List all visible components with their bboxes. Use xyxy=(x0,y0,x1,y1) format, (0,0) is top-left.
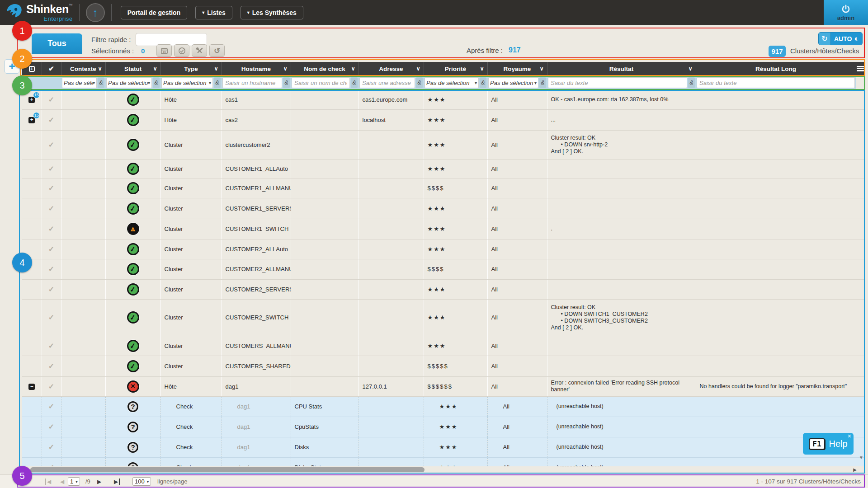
cell-select[interactable]: ✓ xyxy=(42,437,61,457)
filter-input-resultat_long[interactable] xyxy=(697,77,855,88)
horizontal-scrollbar[interactable]: ▶ xyxy=(22,466,858,473)
expand-button[interactable]: +15 xyxy=(28,116,35,123)
row-checkmark-icon[interactable]: ✓ xyxy=(48,205,54,212)
scroll-down-arrow-icon[interactable]: ▼ xyxy=(859,455,863,460)
column-header-expand[interactable] xyxy=(22,62,42,75)
table-row[interactable]: +15✓✓Hôtecas2localhost★★★All... xyxy=(22,109,865,130)
filter-select-type[interactable]: Pas de sélection▾ xyxy=(161,77,213,88)
row-checkmark-icon[interactable]: ✓ xyxy=(48,184,54,192)
filter-input-adresse[interactable] xyxy=(359,77,415,88)
column-header-priorite[interactable]: Priorité∨ xyxy=(424,62,487,75)
cell-select[interactable]: ✓ xyxy=(42,336,61,356)
cell-select[interactable]: ✓ xyxy=(42,219,61,239)
row-checkmark-icon[interactable]: ✓ xyxy=(48,225,54,233)
filter-input-hostname[interactable] xyxy=(222,77,282,88)
cell-select[interactable]: ✓ xyxy=(42,299,61,336)
cell-select[interactable]: ✓ xyxy=(42,90,61,109)
column-header-check[interactable]: Nom de check∨ xyxy=(291,62,359,75)
row-checkmark-icon[interactable]: ✓ xyxy=(48,383,54,390)
row-checkmark-icon[interactable]: ✓ xyxy=(48,314,54,321)
calendar-button[interactable]: 15 xyxy=(156,44,172,57)
add-tab-button[interactable]: + xyxy=(5,59,19,74)
table-row[interactable]: ✓?Checkdag1CpuStats★★★All(unreachable ho… xyxy=(22,417,865,437)
next-page-button[interactable]: ▶ xyxy=(97,477,101,486)
row-checkmark-icon[interactable]: ✓ xyxy=(48,245,54,253)
table-row[interactable]: ✓✓ClusterCUSTOMERS_SHARED$$$$$All xyxy=(22,356,865,376)
column-header-resultat[interactable]: Résultat∨ xyxy=(547,62,696,75)
table-row[interactable]: ✓✓ClusterCUSTOMER2_SERVERS★★★All xyxy=(22,279,865,299)
scroll-top-button[interactable]: ↑ xyxy=(86,3,105,22)
nav-button-3[interactable]: ▾Les Synthèses xyxy=(241,6,303,19)
close-icon[interactable]: × xyxy=(848,433,851,439)
page-select[interactable]: 1▾ xyxy=(68,477,80,486)
cell-select[interactable]: ✓ xyxy=(42,356,61,376)
filter-select-contexte[interactable]: Pas de sélection▾ xyxy=(62,77,97,88)
cell-select[interactable]: ✓ xyxy=(42,160,61,178)
table-row[interactable]: ✓?Checkdag1Disks Stats★★★All(unreachable… xyxy=(22,457,865,466)
table-row[interactable]: ✓✓ClusterCUSTOMERS_ALLMANU★★★All xyxy=(22,336,865,356)
collapse-button[interactable]: − xyxy=(28,383,35,390)
table-row[interactable]: ✓▲!ClusterCUSTOMER1_SWITCH★★★All. xyxy=(22,219,865,239)
row-checkmark-icon[interactable]: ✓ xyxy=(48,443,54,451)
column-header-hostname[interactable]: Hostname∨ xyxy=(222,62,291,75)
per-page-select[interactable]: 100▾ xyxy=(132,477,151,486)
auto-refresh-toggle[interactable]: ↻ AUTO ◐ xyxy=(818,32,863,45)
cell-select[interactable]: ✓ xyxy=(42,396,61,417)
last-page-button[interactable]: ▶ xyxy=(114,477,120,486)
cell-select[interactable]: ✓ xyxy=(42,279,61,299)
tab-tous[interactable]: Tous xyxy=(32,33,82,54)
table-row[interactable]: ✓✓ClusterCUSTOMER1_SERVERS★★★All xyxy=(22,198,865,219)
admin-button[interactable]: admin xyxy=(824,0,868,25)
table-row[interactable]: ✓✓ClusterCUSTOMER1_ALLMANU$$$$All xyxy=(22,178,865,198)
table-row[interactable]: ✓✓Clusterclustercustomer2★★★AllCluster r… xyxy=(22,130,865,160)
filter-input-resultat[interactable] xyxy=(548,77,687,88)
table-row[interactable]: −✓×Hôtedag1127.0.0.1$$$$$$AllError : con… xyxy=(22,376,865,396)
column-header-select[interactable]: ✔ xyxy=(42,62,61,75)
column-header-statut[interactable]: Statut∨ xyxy=(105,62,160,75)
cell-select[interactable]: ✓ xyxy=(42,198,61,219)
column-header-type[interactable]: Type∨ xyxy=(160,62,222,75)
row-checkmark-icon[interactable]: ✓ xyxy=(48,342,54,350)
filter-select-royaume[interactable]: Pas de sélection▾ xyxy=(488,77,538,88)
help-widget[interactable]: F1 Help × xyxy=(803,433,854,455)
expand-button[interactable]: +15 xyxy=(28,96,35,103)
cell-select[interactable]: ✓ xyxy=(42,178,61,198)
table-row[interactable]: ✓✓ClusterCUSTOMER2_ALLAuto★★★All xyxy=(22,239,865,259)
filter-input-check[interactable] xyxy=(292,77,350,88)
row-checkmark-icon[interactable]: ✓ xyxy=(48,141,54,149)
tools-button[interactable] xyxy=(192,44,207,57)
cell-select[interactable]: ✓ xyxy=(42,239,61,259)
vertical-scrollbar[interactable]: ▼ xyxy=(857,90,865,466)
prev-page-button[interactable]: ◀ xyxy=(60,477,64,486)
cell-select[interactable]: ✓ xyxy=(42,130,61,160)
column-header-menu[interactable] xyxy=(856,62,865,75)
menu-icon[interactable] xyxy=(857,66,864,71)
table-row[interactable]: ✓✓ClusterCUSTOMER1_ALLAuto★★★All xyxy=(22,160,865,178)
scroll-right-arrow-icon[interactable]: ▶ xyxy=(853,467,857,472)
table-row[interactable]: ✓✓ClusterCUSTOMER2_ALLMANU$$$$All xyxy=(22,259,865,279)
row-checkmark-icon[interactable]: ✓ xyxy=(48,165,54,173)
row-checkmark-icon[interactable]: ✓ xyxy=(48,116,54,124)
filter-select-priorite[interactable]: Pas de sélection▾ xyxy=(425,77,479,88)
shinken-logo[interactable]: Shinken™ Enterprise xyxy=(5,3,73,22)
undo-button[interactable]: ↺ xyxy=(209,44,225,57)
row-checkmark-icon[interactable]: ✓ xyxy=(48,362,54,370)
table-row[interactable]: ✓?Checkdag1CPU Stats★★★All(unreachable h… xyxy=(22,396,865,417)
cell-select[interactable]: ✓ xyxy=(42,109,61,130)
table-row[interactable]: ✓?Checkdag1Disks★★★All(unreachable host) xyxy=(22,437,865,457)
table-row[interactable]: +15✓✓Hôtecas1cas1.europe.com★★★AllOK - c… xyxy=(22,90,865,109)
row-checkmark-icon[interactable]: ✓ xyxy=(48,423,54,431)
horizontal-scrollbar-thumb[interactable] xyxy=(30,467,425,472)
row-checkmark-icon[interactable]: ✓ xyxy=(48,403,54,410)
nav-button-2[interactable]: ▾Listes xyxy=(195,6,232,19)
column-header-royaume[interactable]: Royaume∨ xyxy=(487,62,547,75)
column-header-contexte[interactable]: Contexte∨ xyxy=(61,62,105,75)
acknowledge-button[interactable] xyxy=(174,44,189,57)
cell-select[interactable]: ✓ xyxy=(42,457,61,466)
cell-select[interactable]: ✓ xyxy=(42,259,61,279)
row-checkmark-icon[interactable]: ✓ xyxy=(48,286,54,293)
cell-select[interactable]: ✓ xyxy=(42,376,61,396)
row-checkmark-icon[interactable]: ✓ xyxy=(48,96,54,103)
table-row[interactable]: ✓✓ClusterCUSTOMER2_SWITCH★★★AllCluster r… xyxy=(22,299,865,336)
cell-select[interactable]: ✓ xyxy=(42,417,61,437)
